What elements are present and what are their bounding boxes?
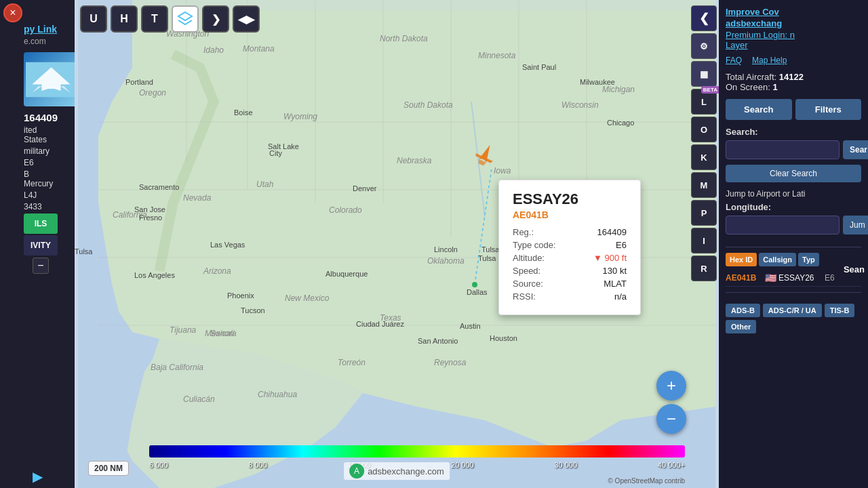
- sidebar-icao: L4J: [24, 190, 58, 200]
- aircraft-image: [24, 52, 75, 106]
- table-header: Hex ID Callsign Typ: [726, 253, 861, 266]
- nav-beta-btn[interactable]: L BETA: [691, 89, 717, 115]
- layer-btn[interactable]: [172, 5, 199, 33]
- map-watermark: A adsbexchange.com: [344, 462, 450, 480]
- faq-link[interactable]: FAQ: [726, 56, 742, 65]
- watermark-icon: A: [349, 464, 364, 479]
- svg-marker-23: [178, 12, 192, 20]
- map-help-link[interactable]: Map Help: [752, 56, 787, 65]
- premium-login-link[interactable]: Premium Login: n Layer: [726, 30, 861, 50]
- expand-arrow[interactable]: ▶: [0, 465, 75, 488]
- legend-20k: 20 000: [451, 461, 474, 469]
- popup-callsign: ESSAY26: [513, 190, 627, 208]
- activity-button[interactable]: IVITY: [24, 235, 58, 256]
- popup-reg-value: 164409: [597, 227, 627, 237]
- sidebar-reg: 164409: [24, 112, 58, 123]
- sidebar-category: military: [24, 146, 58, 156]
- popup-hex: AE041B: [513, 209, 627, 220]
- collapse-button[interactable]: −: [33, 258, 49, 274]
- popup-rssi-label: RSSI:: [513, 291, 536, 302]
- jump-input[interactable]: [726, 216, 840, 235]
- row-type: E6: [825, 273, 835, 283]
- filters-btn[interactable]: Filters: [795, 99, 862, 120]
- popup-speed-value: 130 kt: [603, 266, 627, 276]
- sidebar-name: B Mercury: [24, 169, 58, 188]
- col-hex-btn[interactable]: Hex ID: [726, 253, 757, 266]
- legend-6k: 6 000: [149, 461, 168, 469]
- clear-search-btn[interactable]: Clear Search: [726, 165, 861, 182]
- btn-h[interactable]: H: [111, 5, 138, 33]
- search-panel-btn[interactable]: Search: [726, 99, 792, 120]
- zoom-out-btn[interactable]: −: [656, 404, 686, 434]
- col-callsign-btn[interactable]: Callsign: [759, 253, 796, 266]
- aircraft-list-row[interactable]: AE041B 🇺🇸 ESSAY26 E6: [726, 270, 861, 287]
- right-panel: Improve Cov adsbexchang Premium Login: n…: [719, 0, 868, 488]
- map-zoom-controls: + −: [656, 371, 686, 434]
- popup-rssi-value: n/a: [614, 291, 627, 302]
- legend-8k: 8 000: [248, 461, 267, 469]
- panel-divider-1: [726, 247, 861, 247]
- nav-chart-btn[interactable]: ▦: [691, 61, 717, 87]
- arrows-btn[interactable]: ◀▶: [233, 5, 260, 33]
- map-area[interactable]: Seattle Portland Boise Salt Lake City De…: [75, 0, 719, 488]
- search-input-row: Sear: [726, 140, 861, 159]
- popup-rssi-row: RSSI: n/a: [513, 291, 627, 302]
- details-button[interactable]: ILS: [24, 214, 58, 234]
- src-tisb-btn[interactable]: TIS-B: [825, 304, 855, 317]
- nav-settings-btn[interactable]: ⚙: [691, 33, 717, 59]
- btn-t[interactable]: T: [141, 5, 168, 33]
- search-section-label: Search:: [726, 127, 861, 137]
- nav-o-btn[interactable]: O: [691, 117, 717, 142]
- jump-btn[interactable]: Jum: [843, 216, 868, 235]
- zoom-in-btn[interactable]: +: [656, 371, 686, 401]
- popup-type-label: Type code:: [513, 240, 556, 250]
- aircraft-popup: ESSAY26 AE041B Reg.: 164409 Type code: E…: [498, 180, 641, 315]
- nav-m-btn[interactable]: M: [691, 172, 717, 198]
- nav-r-btn[interactable]: R: [691, 256, 717, 281]
- src-other-btn[interactable]: Other: [726, 320, 756, 333]
- adsb-link[interactable]: adsbexchang: [726, 18, 861, 28]
- popup-reg-row: Reg.: 164409: [513, 227, 627, 237]
- legend-40k: 40 000+: [658, 461, 685, 469]
- popup-alt-row: Altitude: ▼ 900 ft: [513, 253, 627, 263]
- jump-label: Jump to Airport or Lati: [726, 189, 861, 199]
- search-action-btn[interactable]: Sear: [843, 140, 868, 159]
- next-btn[interactable]: ❯: [202, 5, 229, 33]
- altitude-legend-bar: [149, 445, 685, 458]
- sidebar-link[interactable]: py Link: [24, 24, 58, 35]
- map-nav: ❮ ⚙ ▦ L BETA O K M P I R: [689, 0, 719, 488]
- row-callsign: ESSAY26: [778, 273, 823, 283]
- popup-speed-label: Speed:: [513, 266, 540, 276]
- src-adsb-btn[interactable]: ADS-B: [726, 304, 760, 317]
- close-button[interactable]: ×: [3, 3, 22, 22]
- sidebar-content: py Link e.com 164409 ited States militar…: [0, 0, 75, 465]
- src-adsc-btn[interactable]: ADS-C/R / UA: [763, 304, 822, 317]
- nav-k-btn[interactable]: K: [691, 144, 717, 170]
- osm-credit: © OpenStreetMap contrib: [608, 477, 685, 485]
- on-screen-stat: On Screen: 1: [726, 82, 861, 92]
- search-input[interactable]: [726, 140, 840, 159]
- map-toolbar: U H T ❯ ◀▶: [80, 5, 260, 33]
- user-name: Sean: [844, 264, 865, 274]
- popup-reg-label: Reg.:: [513, 227, 534, 237]
- svg-point-19: [472, 282, 477, 287]
- sidebar-url: e.com: [24, 37, 46, 46]
- nav-p-btn[interactable]: P: [691, 200, 717, 226]
- popup-source-label: Source:: [513, 279, 543, 289]
- sidebar-flight: 3433: [24, 202, 58, 211]
- nav-i-btn[interactable]: I: [691, 228, 717, 253]
- popup-source-row: Source: MLAT: [513, 279, 627, 289]
- improve-link[interactable]: Improve Cov: [726, 7, 861, 17]
- popup-type-value: E6: [616, 240, 627, 250]
- jump-input-row: Jum: [726, 216, 861, 235]
- btn-u[interactable]: U: [80, 5, 107, 33]
- col-type-btn[interactable]: Typ: [798, 253, 819, 266]
- watermark-text: adsbexchange.com: [368, 466, 444, 476]
- source-filter-buttons: ADS-B ADS-C/R / UA TIS-B Other: [726, 304, 861, 333]
- popup-speed-row: Speed: 130 kt: [513, 266, 627, 276]
- popup-alt-label: Altitude:: [513, 253, 545, 263]
- popup-type-row: Type code: E6: [513, 240, 627, 250]
- popup-source-value: MLAT: [604, 279, 627, 289]
- nav-back-btn[interactable]: ❮: [691, 5, 717, 31]
- longitude-label: Longitude:: [726, 202, 861, 212]
